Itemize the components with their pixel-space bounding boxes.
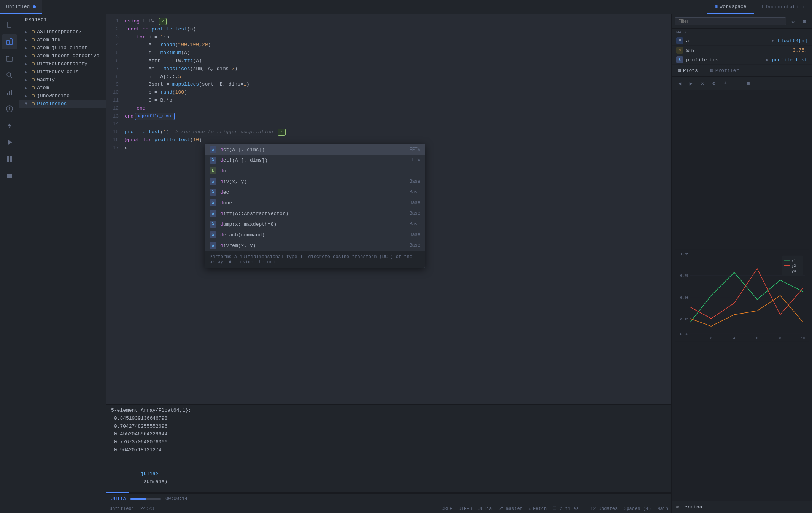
terminal-section-label: Terminal bbox=[682, 504, 705, 510]
autocomplete-doc: Performs a multidimensional type-II disc… bbox=[205, 251, 425, 268]
tree-item-diffequncertainty[interactable]: ▶ ▢ DiffEqUncertainty bbox=[19, 60, 106, 68]
autocomplete-item-6[interactable]: λ diff(A::AbstractVector) Base bbox=[205, 208, 425, 219]
project-tree: ▶ ▢ ASTInterpreter2 ▶ ▢ atom-ink ▶ ▢ ato… bbox=[19, 26, 106, 513]
sidebar-item-chart[interactable] bbox=[2, 84, 17, 100]
code-line-12: end bbox=[125, 105, 671, 113]
svg-point-12 bbox=[9, 107, 10, 108]
tree-item-label: Gadfly bbox=[37, 77, 55, 83]
documentation-tab[interactable]: ℹ Documentation bbox=[754, 0, 812, 14]
tree-item-label: ASTInterpreter2 bbox=[37, 29, 81, 35]
svg-rect-7 bbox=[7, 93, 8, 95]
top-bar: untitled ▦ Workspace ℹ Documentation bbox=[0, 0, 812, 14]
tree-item-diffeqdevtools[interactable]: ▶ ▢ DiffEqDevTools bbox=[19, 68, 106, 76]
ac-item-name: dec bbox=[220, 190, 405, 195]
ac-item-module: Base bbox=[409, 232, 420, 237]
tree-item-gadfly[interactable]: ▶ ▢ Gadfly bbox=[19, 76, 106, 84]
svg-text:1.00: 1.00 bbox=[680, 252, 689, 256]
workspace-section: ↻ ⊞ Main ≡ a ▸ Float64[5] n ans 3.75… λ … bbox=[672, 14, 812, 65]
autocomplete-item-0[interactable]: λ dct(A [, dims]) FFTW bbox=[205, 144, 425, 155]
editor-tab[interactable]: untitled bbox=[0, 0, 42, 14]
autocomplete-item-1[interactable]: λ dct!(A [, dims]) FFTW bbox=[205, 155, 425, 166]
workspace-row-ans[interactable]: n ans 3.75… bbox=[672, 46, 812, 55]
ws-var-name-ans: ans bbox=[686, 48, 787, 53]
sidebar-item-lightning[interactable] bbox=[2, 118, 17, 133]
terminal-section-btn[interactable]: ⌨ Terminal bbox=[672, 501, 812, 513]
workspace-row-profile-test[interactable]: λ profile_test ▸ profile_test bbox=[672, 55, 812, 65]
status-files[interactable]: ☰ 2 files bbox=[553, 506, 579, 511]
autocomplete-item-3[interactable]: λ div(x, y) Base bbox=[205, 176, 425, 187]
sidebar-item-folder[interactable] bbox=[2, 51, 17, 66]
terminal-content[interactable]: 5-element Array{Float64,1}: 0.8451939136… bbox=[106, 405, 671, 492]
workspace-filter-input[interactable] bbox=[675, 17, 786, 25]
ws-type-badge-a: ≡ bbox=[676, 37, 683, 44]
ws-var-name-profile: profile_test bbox=[686, 57, 763, 63]
sidebar-item-play[interactable] bbox=[2, 135, 17, 150]
svg-rect-9 bbox=[11, 90, 12, 95]
sidebar-item-file[interactable] bbox=[2, 18, 17, 33]
status-charset[interactable]: UTF-8 bbox=[458, 506, 472, 511]
status-language[interactable]: Julia bbox=[478, 506, 492, 511]
plot-next-btn[interactable]: ▶ bbox=[686, 78, 696, 88]
workspace-row-a[interactable]: ≡ a ▸ Float64[5] bbox=[672, 36, 812, 46]
plot-grid-btn[interactable]: ⊞ bbox=[743, 78, 753, 88]
tree-item-atom-julia-client[interactable]: ▶ ▢ atom-julia-client bbox=[19, 44, 106, 52]
sidebar-item-info[interactable] bbox=[2, 101, 17, 116]
status-git-branch[interactable]: ⎇ master bbox=[498, 506, 522, 511]
tree-item-atom-indent-detective[interactable]: ▶ ▢ atom-indent-detective bbox=[19, 52, 106, 60]
plot-close-btn[interactable]: ✕ bbox=[698, 78, 707, 88]
workspace-tab[interactable]: ▦ Workspace bbox=[707, 0, 754, 14]
main-layout: Project ▶ ▢ ASTInterpreter2 ▶ ▢ atom-ink… bbox=[0, 14, 812, 513]
autocomplete-item-5[interactable]: λ done Base bbox=[205, 198, 425, 208]
tree-arrow: ▶ bbox=[25, 86, 30, 90]
plots-section: ▦ Plots ▦ Profiler ◀ ▶ ✕ ⊘ + − ⊞ bbox=[672, 65, 812, 501]
icon-rail bbox=[0, 14, 19, 513]
code-line-5: m = maximum(A) bbox=[125, 49, 671, 57]
status-updates[interactable]: ↑ 12 updates bbox=[585, 506, 618, 511]
workspace-refresh-btn[interactable]: ↻ bbox=[788, 17, 798, 26]
plot-zoom-out-btn[interactable]: − bbox=[732, 78, 742, 88]
autocomplete-item-7[interactable]: λ dump(x; maxdepth=8) Base bbox=[205, 219, 425, 229]
code-line-9: Bsort = mapslices(sort, B, dims=1) bbox=[125, 81, 671, 89]
ac-item-module: Base bbox=[409, 211, 420, 216]
sidebar-item-pause[interactable] bbox=[2, 151, 17, 167]
profiler-icon: ▦ bbox=[710, 67, 713, 73]
status-spaces[interactable]: Spaces (4) bbox=[624, 506, 651, 511]
folder-icon: ▢ bbox=[32, 93, 35, 99]
tree-item-astinterpreter2[interactable]: ▶ ▢ ASTInterpreter2 bbox=[19, 28, 106, 36]
plot-clear-btn[interactable]: ⊘ bbox=[709, 78, 719, 88]
status-encoding[interactable]: CRLF bbox=[442, 506, 453, 511]
ac-item-name: div(x, y) bbox=[220, 179, 405, 185]
plots-tab-profiler[interactable]: ▦ Profiler bbox=[704, 65, 745, 76]
autocomplete-item-8[interactable]: λ detach(command) Base bbox=[205, 229, 425, 240]
tree-item-atom[interactable]: ▶ ▢ Atom bbox=[19, 84, 106, 92]
sidebar-item-search[interactable] bbox=[2, 68, 17, 83]
ws-var-value-ans: 3.75… bbox=[793, 48, 807, 53]
svg-text:8: 8 bbox=[779, 336, 781, 340]
autocomplete-item-2[interactable]: k do bbox=[205, 166, 425, 176]
tree-item-label: junowebsite bbox=[37, 93, 70, 99]
autocomplete-item-9[interactable]: λ divrem(x, y) Base bbox=[205, 240, 425, 251]
ac-type-badge: λ bbox=[210, 189, 216, 196]
tree-item-atom-ink[interactable]: ▶ ▢ atom-ink bbox=[19, 36, 106, 44]
status-bar: untitled* 24:23 CRLF UTF-8 Julia ⎇ maste… bbox=[106, 504, 671, 513]
svg-rect-16 bbox=[10, 156, 12, 162]
svg-point-5 bbox=[7, 73, 11, 76]
autocomplete-item-4[interactable]: λ dec Base bbox=[205, 187, 425, 198]
tree-item-label: DiffEqDevTools bbox=[37, 69, 78, 75]
plots-bar-icon: ▦ bbox=[678, 67, 681, 73]
plot-zoom-in-btn[interactable]: + bbox=[720, 78, 730, 88]
tree-item-junowebsite[interactable]: ▶ ▢ junowebsite bbox=[19, 92, 106, 100]
ac-item-name: divrem(x, y) bbox=[220, 243, 405, 249]
right-panel: ↻ ⊞ Main ≡ a ▸ Float64[5] n ans 3.75… λ … bbox=[671, 14, 812, 513]
workspace-settings-btn[interactable]: ⊞ bbox=[800, 17, 809, 26]
svg-marker-14 bbox=[8, 140, 12, 145]
plot-prev-btn[interactable]: ◀ bbox=[675, 78, 685, 88]
svg-text:0.50: 0.50 bbox=[680, 296, 689, 300]
julia-label: Julia bbox=[111, 496, 126, 502]
tree-item-plotthemes[interactable]: ▼ ▢ PlotThemes bbox=[19, 100, 106, 108]
sidebar-item-project[interactable] bbox=[2, 34, 17, 49]
sidebar-item-stop[interactable] bbox=[2, 168, 17, 183]
code-line-7: Am = mapslices(sum, A, dims=2) bbox=[125, 65, 671, 73]
plots-tab-plots[interactable]: ▦ Plots bbox=[672, 65, 704, 76]
status-fetch[interactable]: ↻ Fetch bbox=[529, 506, 547, 511]
